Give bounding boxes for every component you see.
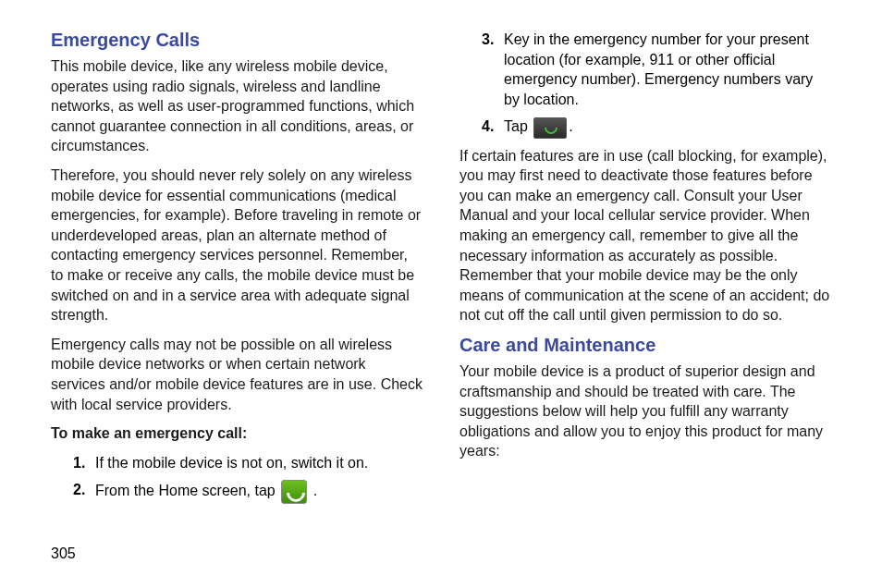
phone-app-icon xyxy=(281,480,307,504)
paragraph: Therefore, you should never rely solely … xyxy=(51,165,423,325)
list-text: From the Home screen, tap xyxy=(95,484,279,499)
heading-emergency-calls: Emergency Calls xyxy=(51,30,423,51)
left-column: Emergency Calls This mobile device, like… xyxy=(51,30,423,511)
list-item: If the mobile device is not on, switch i… xyxy=(73,453,423,473)
heading-care-maintenance: Care and Maintenance xyxy=(459,335,831,356)
ordered-list: If the mobile device is not on, switch i… xyxy=(51,453,423,505)
right-column: Key in the emergency number for your pre… xyxy=(459,30,831,511)
paragraph-bold: To make an emergency call: xyxy=(51,423,423,444)
paragraph: If certain features are in use (call blo… xyxy=(459,146,831,325)
page-number: 305 xyxy=(51,545,76,562)
list-item: Tap . xyxy=(482,116,831,138)
list-text: . xyxy=(569,118,572,134)
list-item: Key in the emergency number for your pre… xyxy=(482,30,831,109)
paragraph: Emergency calls may not be possible on a… xyxy=(51,335,423,414)
page-columns: Emergency Calls This mobile device, like… xyxy=(51,30,831,511)
paragraph: Your mobile device is a product of super… xyxy=(459,361,831,461)
list-text: . xyxy=(309,484,317,499)
list-item: From the Home screen, tap . xyxy=(73,480,423,504)
ordered-list-continued: Key in the emergency number for your pre… xyxy=(459,30,831,139)
call-button-icon xyxy=(533,117,567,139)
paragraph: This mobile device, like any wireless mo… xyxy=(51,56,423,156)
list-text: Tap xyxy=(504,118,532,134)
